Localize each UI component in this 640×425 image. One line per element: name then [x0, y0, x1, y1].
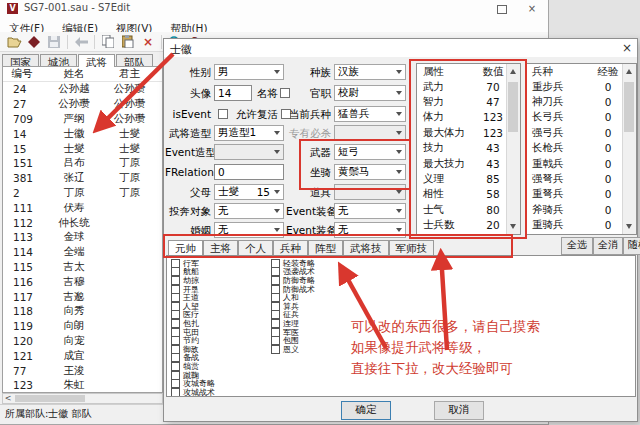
clear-all-button[interactable]: 全消	[593, 237, 623, 255]
attribute-row[interactable]: 武力 70	[417, 79, 520, 94]
scrollbar-thumb[interactable]	[624, 82, 634, 132]
model-select[interactable]: 男造型1	[214, 125, 284, 141]
table-row[interactable]: 111 伏寿	[3, 200, 162, 215]
table-row[interactable]: 709 严纲 公孙瓒	[3, 112, 162, 127]
column-header-name[interactable]: 姓名	[41, 67, 107, 81]
marriage-select[interactable]: 无	[214, 222, 284, 238]
column-header-id[interactable]: 编号	[3, 67, 41, 81]
scroll-left-icon[interactable]: <	[3, 394, 13, 403]
event-model-select[interactable]	[214, 144, 284, 160]
race-select[interactable]: 汉族	[334, 64, 406, 80]
cancel-button[interactable]: 取消	[434, 401, 484, 420]
defect-select[interactable]: 无	[214, 203, 284, 219]
vertical-scrollbar[interactable]	[622, 64, 636, 234]
delete-icon[interactable]: ×	[138, 34, 158, 50]
attribute-row[interactable]: 体力 123	[417, 110, 520, 125]
save-as-icon[interactable]	[24, 34, 44, 50]
column-header-ruler[interactable]: 君主	[107, 67, 152, 81]
troop-row[interactable]: 神刀兵 0	[526, 94, 636, 109]
skill-tab[interactable]: 主将	[203, 240, 238, 256]
table-row[interactable]: 120 向宠	[3, 334, 162, 349]
attribute-row[interactable]: 相性 58	[417, 187, 520, 202]
scrollbar-thumb[interactable]	[15, 395, 85, 402]
table-row[interactable]: 14 士徽 士燮	[3, 126, 162, 141]
attribute-row[interactable]: 最大技力 43	[417, 156, 520, 171]
official-select[interactable]: 校尉	[334, 85, 406, 101]
troop-row[interactable]: 重戟兵 0	[526, 156, 636, 171]
event-equip1-select[interactable]: 无	[334, 203, 406, 219]
isevent-checkbox[interactable]	[218, 109, 228, 119]
copy-icon[interactable]	[98, 34, 118, 50]
skill-item[interactable]: 恩义	[271, 345, 315, 354]
scroll-up-icon[interactable]	[626, 69, 632, 74]
mount-select[interactable]: 黄鬃马	[334, 164, 406, 180]
troop-row[interactable]: 强弩兵 0	[526, 171, 636, 186]
troop-row[interactable]: 重骑兵 0	[526, 218, 636, 233]
open-file-icon[interactable]	[4, 34, 24, 50]
back-icon[interactable]	[71, 34, 91, 50]
horizontal-scrollbar[interactable]: <	[2, 393, 163, 404]
skill-tab[interactable]: 阵型	[308, 240, 343, 256]
scroll-up-icon[interactable]	[510, 69, 516, 74]
maximize-button[interactable]	[491, 2, 513, 15]
table-row[interactable]: 119 向朗	[3, 319, 162, 334]
attribute-row[interactable]: 士气 80	[417, 202, 520, 217]
table-row[interactable]: 15 士燮 士燮	[3, 141, 162, 156]
skill-tab[interactable]: 个人	[238, 240, 273, 256]
select-all-button[interactable]: 全选	[561, 237, 593, 255]
attribute-row[interactable]: 士兵数 20	[417, 218, 520, 233]
table-row[interactable]: 112 仲长统	[3, 215, 162, 230]
item-select[interactable]	[334, 184, 406, 200]
special-select[interactable]	[334, 125, 406, 141]
paste-icon[interactable]	[118, 34, 138, 50]
current-troop-select[interactable]: 猛兽兵	[334, 106, 406, 122]
frelation-input[interactable]: 0	[214, 164, 284, 180]
table-row[interactable]: 77 王浚	[3, 363, 162, 378]
random-button[interactable]: 随机	[623, 237, 640, 255]
attribute-row[interactable]: 最大体力 123	[417, 125, 520, 140]
skill-tab[interactable]: 元帅	[168, 240, 203, 256]
event-equip2-select[interactable]: 无	[334, 222, 406, 238]
skill-checkbox[interactable]	[171, 388, 180, 397]
skill-tab[interactable]: 兵种	[273, 240, 308, 256]
table-row[interactable]: 381 张辽 丁原	[3, 171, 162, 186]
scroll-down-icon[interactable]	[510, 224, 516, 229]
table-row[interactable]: 116 吉穆	[3, 274, 162, 289]
table-row[interactable]: 2 丁原 丁原	[3, 186, 162, 201]
troop-row[interactable]: 重弩兵 0	[526, 187, 636, 202]
attribute-row[interactable]: 技力 43	[417, 141, 520, 156]
skill-item[interactable]: 攻城战术	[171, 388, 215, 397]
table-row[interactable]: 123 朱虹	[3, 378, 162, 393]
troop-row[interactable]: 斧骑兵 0	[526, 202, 636, 217]
save-icon[interactable]	[44, 34, 64, 50]
gender-select[interactable]: 男	[214, 64, 284, 80]
table-row[interactable]: 121 成宜	[3, 348, 162, 363]
table-row[interactable]: 117 吉邈	[3, 289, 162, 304]
table-row[interactable]: 118 向秀	[3, 304, 162, 319]
weapon-select[interactable]: 短弓	[334, 144, 406, 160]
troop-row[interactable]: 长弓兵 0	[526, 110, 636, 125]
attribute-row[interactable]: 智力 47	[417, 94, 520, 109]
troop-row[interactable]: 强弓兵 0	[526, 125, 636, 140]
table-row[interactable]: 114 全端	[3, 245, 162, 260]
attribute-row[interactable]: 义理 85	[417, 171, 520, 186]
skill-tab[interactable]: 军师技	[389, 240, 435, 256]
troop-row[interactable]: 长枪兵 0	[526, 141, 636, 156]
table-row[interactable]: 27 公孙瓒 公孙瓒	[3, 97, 162, 112]
skill-checkbox[interactable]	[271, 345, 280, 354]
dialog-close-button[interactable]: ×	[620, 41, 634, 55]
parents-select[interactable]: 士燮15	[214, 184, 284, 200]
ok-button[interactable]: 确定	[341, 401, 391, 420]
scroll-down-icon[interactable]	[626, 224, 632, 229]
close-button[interactable]: ×	[521, 2, 543, 15]
skill-tab[interactable]: 武将技	[343, 240, 389, 256]
vertical-scrollbar[interactable]	[506, 64, 520, 234]
scrollbar-thumb[interactable]	[508, 82, 518, 132]
table-row[interactable]: 151 吕布 丁原	[3, 156, 162, 171]
table-row[interactable]: 113 金球	[3, 230, 162, 245]
table-row[interactable]: 115 吉太	[3, 260, 162, 275]
portrait-input[interactable]: 14	[214, 85, 252, 101]
table-row[interactable]: 24 公孙越 公孙瓒	[3, 82, 162, 97]
browser-tab[interactable]: 武将	[78, 54, 115, 67]
troop-row[interactable]: 重步兵 0	[526, 79, 636, 94]
